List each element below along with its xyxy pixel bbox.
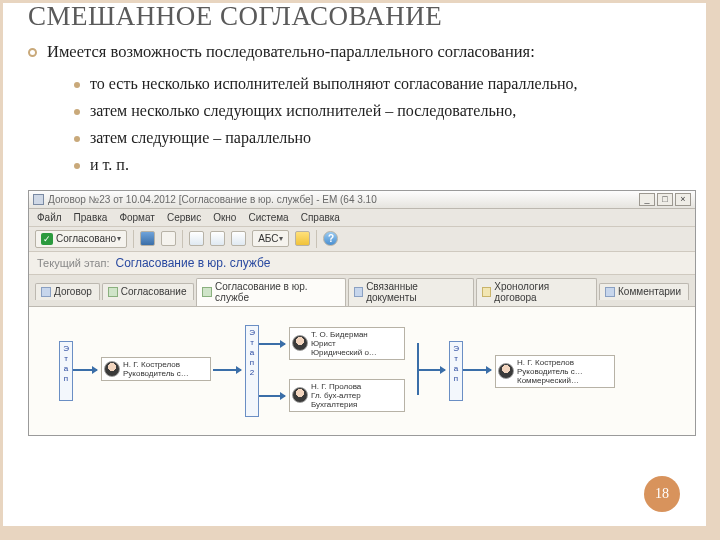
list-item: и т. п. [74, 155, 690, 176]
maximize-button[interactable]: □ [657, 193, 673, 206]
bullet-list: то есть несколько исполнителей выполняют… [74, 74, 690, 175]
tab-label: Согласование в юр. службе [215, 281, 337, 303]
person-role: Юрист [311, 339, 377, 348]
list-item: то есть несколько исполнителей выполняют… [74, 74, 690, 95]
person-card-4[interactable]: Н. Г. КостреловРуководитель с…Коммерческ… [495, 355, 615, 388]
person-card-1[interactable]: Н. Г. КостреловРуководитель с… [101, 357, 211, 381]
bullet-ring-icon [28, 48, 37, 57]
tab-icon [108, 287, 118, 297]
stage-box-1[interactable]: Этап [59, 341, 73, 401]
tab-icon [202, 287, 212, 297]
person-role: Руководитель с… [517, 367, 583, 376]
person-card-2[interactable]: Т. О. БидерманЮристЮридический о… [289, 327, 405, 360]
stage-value: Согласование в юр. службе [115, 256, 270, 270]
save-icon[interactable] [140, 231, 155, 246]
menu-format[interactable]: Формат [119, 212, 155, 223]
check-icon: ✓ [41, 233, 53, 245]
menu-help[interactable]: Справка [301, 212, 340, 223]
abc-button[interactable]: АБС ▾ [252, 230, 289, 247]
arrow-icon [259, 395, 285, 397]
abc-label: АБС [258, 233, 278, 244]
help-icon[interactable] [323, 231, 338, 246]
slide-title: СМЕШАННОЕ СОГЛАСОВАНИЕ [28, 2, 690, 32]
tab-label: Хронология договора [494, 281, 589, 303]
sl: Э [60, 344, 72, 354]
tab-approval[interactable]: Согласование [102, 283, 195, 300]
slide-border-right [706, 0, 720, 540]
print-icon[interactable] [161, 231, 176, 246]
star-icon[interactable] [295, 231, 310, 246]
titlebar-text: Договор №23 от 10.04.2012 [Согласование … [48, 194, 377, 205]
doc3-icon[interactable] [231, 231, 246, 246]
person-role: Руководитель с… [123, 369, 189, 378]
person-card-3[interactable]: Н. Г. ПроловаГл. бух-алтерБухгалтерия [289, 379, 405, 412]
person-name: Н. Г. Кострелов [517, 358, 583, 367]
page-number: 18 [655, 486, 669, 502]
list-item: затем несколько следующих исполнителей –… [74, 101, 690, 122]
person-name: Н. Г. Кострелов [123, 360, 189, 369]
menu-edit[interactable]: Правка [74, 212, 108, 223]
tab-label: Согласование [121, 286, 187, 297]
stage-label: Текущий этап: [37, 257, 109, 269]
approved-button[interactable]: ✓ Согласовано ▾ [35, 230, 127, 248]
menu-file[interactable]: Файл [37, 212, 62, 223]
avatar-icon [292, 387, 308, 403]
stage-box-3[interactable]: Этап [449, 341, 463, 401]
close-button[interactable]: × [675, 193, 691, 206]
arrow-icon [417, 369, 445, 371]
workflow-canvas[interactable]: Этап Н. Г. КостреловРуководитель с… Этап… [29, 307, 695, 435]
slide-border-left [0, 0, 3, 540]
tab-comments[interactable]: Комментарии [599, 283, 689, 300]
tab-bar: Договор Согласование Согласование в юр. … [29, 275, 695, 307]
stage-bar: Текущий этап: Согласование в юр. службе [29, 252, 695, 275]
tab-legal-approval[interactable]: Согласование в юр. службе [196, 278, 345, 306]
page-number-badge: 18 [644, 476, 680, 512]
slide-border-bottom [0, 526, 720, 540]
tab-contract[interactable]: Договор [35, 283, 100, 300]
person-dept: Коммерческий… [517, 376, 583, 385]
menu-window[interactable]: Окно [213, 212, 236, 223]
app-window: Договор №23 от 10.04.2012 [Согласование … [28, 190, 696, 436]
menu-system[interactable]: Система [248, 212, 288, 223]
chevron-down-icon: ▾ [279, 234, 283, 243]
doc2-icon[interactable] [210, 231, 225, 246]
arrow-icon [463, 369, 491, 371]
toolbar-separator [316, 230, 317, 248]
app-icon [33, 194, 44, 205]
tab-label: Договор [54, 286, 92, 297]
tab-icon [482, 287, 492, 297]
chevron-down-icon: ▾ [117, 234, 121, 243]
avatar-icon [292, 335, 308, 351]
tab-label: Связанные документы [366, 281, 466, 303]
tab-icon [605, 287, 615, 297]
titlebar[interactable]: Договор №23 от 10.04.2012 [Согласование … [29, 191, 695, 209]
menu-service[interactable]: Сервис [167, 212, 201, 223]
slide-lead: Имеется возможность последовательно-пара… [47, 42, 535, 63]
approved-label: Согласовано [56, 233, 116, 244]
menubar: Файл Правка Формат Сервис Окно Система С… [29, 209, 695, 227]
arrow-icon [213, 369, 241, 371]
avatar-icon [104, 361, 120, 377]
toolbar-separator [182, 230, 183, 248]
tab-label: Комментарии [618, 286, 681, 297]
minimize-button[interactable]: _ [639, 193, 655, 206]
avatar-icon [498, 363, 514, 379]
tab-icon [354, 287, 364, 297]
toolbar: ✓ Согласовано ▾ АБС ▾ [29, 227, 695, 252]
doc-icon[interactable] [189, 231, 204, 246]
person-role: Гл. бух-алтер [311, 391, 361, 400]
person-name: Н. Г. Пролова [311, 382, 361, 391]
tab-related-docs[interactable]: Связанные документы [348, 278, 474, 306]
person-name: Т. О. Бидерман [311, 330, 377, 339]
arrow-icon [73, 369, 97, 371]
stage-box-2[interactable]: Этап2 [245, 325, 259, 417]
list-item: затем следующие – параллельно [74, 128, 690, 149]
tab-icon [41, 287, 51, 297]
person-dept: Юридический о… [311, 348, 377, 357]
tab-history[interactable]: Хронология договора [476, 278, 597, 306]
arrow-icon [259, 343, 285, 345]
person-dept: Бухгалтерия [311, 400, 361, 409]
toolbar-separator [133, 230, 134, 248]
